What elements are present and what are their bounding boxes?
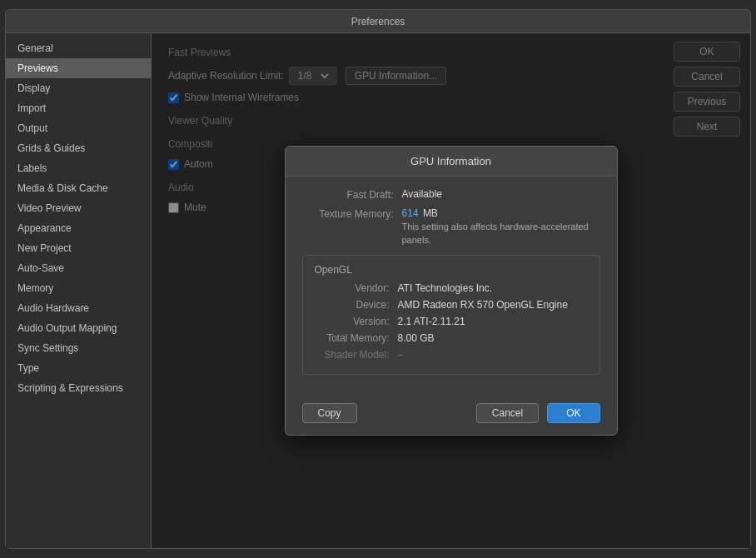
opengl-label: OpenGL [315,264,588,276]
vendor-row: Vendor: ATI Technologies Inc. [315,282,588,294]
sidebar-item-labels[interactable]: Labels [6,158,151,178]
sidebar-item-general[interactable]: General [6,38,151,58]
dialog-ok-button[interactable]: OK [547,403,599,423]
sidebar-item-media-disk-cache[interactable]: Media & Disk Cache [6,178,151,198]
version-row: Version: 2.1 ATI-2.11.21 [315,316,588,327]
sidebar-item-import[interactable]: Import [6,98,151,118]
sidebar-item-output[interactable]: Output [6,118,151,138]
texture-memory-label: Texture Memory: [302,207,394,220]
sidebar-item-audio-output-mapping[interactable]: Audio Output Mapping [6,318,151,338]
sidebar-item-appearance[interactable]: Appearance [6,218,151,238]
fast-draft-value: Available [402,188,600,200]
shader-model-label: Shader Model: [315,349,390,361]
window-body: General Previews Display Import Output G… [6,33,750,548]
preferences-window: Preferences General Previews Display Imp… [5,9,751,549]
version-label: Version: [315,316,390,327]
sidebar-item-type[interactable]: Type [6,358,151,378]
shader-model-row: Shader Model: – [315,349,588,361]
texture-memory-unit: MB [423,207,438,219]
window-title: Preferences [351,16,405,27]
total-memory-row: Total Memory: 8.00 GB [315,332,588,344]
texture-memory-note: This setting also affects hardware-accel… [402,221,600,247]
main-content: Fast Previews Adaptive Resolution Limit:… [152,33,750,548]
title-bar: Preferences [6,10,750,33]
sidebar-item-grids-guides[interactable]: Grids & Guides [6,138,151,158]
gpu-dialog-footer: Copy Cancel OK [286,395,617,435]
sidebar-item-display[interactable]: Display [6,78,151,98]
shader-model-value: – [398,349,404,361]
gpu-dialog: GPU Information Fast Draft: Available Te… [285,146,618,436]
opengl-section: OpenGL Vendor: ATI Technologies Inc. Dev… [302,255,600,375]
modal-backdrop: GPU Information Fast Draft: Available Te… [152,33,750,548]
device-value: AMD Radeon RX 570 OpenGL Engine [398,299,568,311]
texture-memory-row: Texture Memory: 614 MB This setting also… [302,207,600,247]
sidebar-item-video-preview[interactable]: Video Preview [6,198,151,218]
gpu-dialog-title: GPU Information [286,147,617,177]
sidebar-item-auto-save[interactable]: Auto-Save [6,258,151,278]
copy-button[interactable]: Copy [302,403,357,423]
device-row: Device: AMD Radeon RX 570 OpenGL Engine [315,299,588,311]
texture-memory-value: 614 [402,207,419,219]
total-memory-value: 8.00 GB [398,332,435,344]
sidebar-item-scripting-expressions[interactable]: Scripting & Expressions [6,378,151,398]
total-memory-label: Total Memory: [315,332,390,344]
device-label: Device: [315,299,390,311]
sidebar-item-memory[interactable]: Memory [6,278,151,298]
version-value: 2.1 ATI-2.11.21 [398,316,465,327]
fast-draft-label: Fast Draft: [302,188,394,201]
sidebar-item-new-project[interactable]: New Project [6,238,151,258]
vendor-value: ATI Technologies Inc. [398,282,493,294]
sidebar-item-sync-settings[interactable]: Sync Settings [6,338,151,358]
sidebar: General Previews Display Import Output G… [6,33,152,548]
gpu-dialog-body: Fast Draft: Available Texture Memory: 61… [286,177,617,395]
vendor-label: Vendor: [315,282,390,294]
sidebar-item-previews[interactable]: Previews [6,58,151,78]
sidebar-item-audio-hardware[interactable]: Audio Hardware [6,298,151,318]
dialog-cancel-button[interactable]: Cancel [476,403,539,423]
fast-draft-row: Fast Draft: Available [302,188,600,201]
texture-memory-content: 614 MB This setting also affects hardwar… [402,207,600,247]
